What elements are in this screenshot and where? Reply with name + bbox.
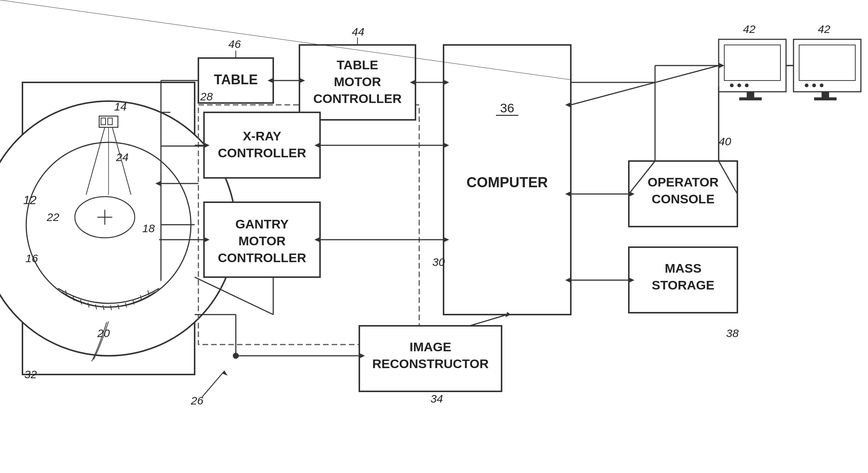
tmc-label-3: CONTROLLER [313, 91, 402, 106]
ref-42b: 42 [818, 23, 831, 35]
svg-rect-47 [822, 92, 829, 97]
ref-46: 46 [228, 38, 241, 50]
diagram: TABLE TABLE MOTOR CONTROLLER X-RAY CONTR… [0, 0, 868, 473]
ref-16: 16 [25, 252, 38, 264]
svg-rect-28 [204, 112, 320, 178]
svg-point-46 [820, 84, 823, 87]
ref-28: 28 [200, 90, 213, 103]
svg-rect-43 [799, 45, 855, 81]
xray-label-1: X-RAY [243, 129, 281, 143]
ref-14: 14 [114, 100, 127, 113]
ref-24: 24 [116, 151, 128, 163]
ref-42a: 42 [743, 23, 756, 35]
oc-label-1: OPERATOR [648, 175, 719, 189]
ref-30: 30 [432, 256, 445, 268]
ref-40: 40 [719, 135, 731, 148]
ms-label-2: STORAGE [652, 278, 715, 292]
svg-point-45 [812, 84, 816, 87]
ref-34: 34 [430, 392, 443, 405]
ref-20: 20 [97, 327, 110, 339]
ir-label-2: RECONSTRUCTOR [372, 357, 488, 371]
xray-label-2: CONTROLLER [218, 146, 306, 160]
ms-label-1: MASS [665, 261, 701, 275]
tmc-label-2: MOTOR [334, 75, 381, 89]
ref-12: 12 [23, 193, 37, 207]
computer-ref: 36 [500, 101, 514, 115]
svg-point-38 [737, 84, 741, 87]
table-label: TABLE [214, 72, 258, 87]
gmc-label-3: CONTROLLER [218, 251, 306, 265]
svg-point-39 [745, 84, 749, 87]
ref-18: 18 [142, 222, 155, 234]
gmc-label-1: GANTRY [235, 217, 289, 231]
ref-44: 44 [352, 25, 364, 38]
ref-38: 38 [726, 327, 739, 339]
ref-26: 26 [191, 394, 204, 407]
svg-rect-41 [739, 97, 762, 100]
svg-rect-36 [724, 45, 780, 81]
computer-label: COMPUTER [466, 175, 548, 190]
ref-22: 22 [46, 211, 60, 223]
oc-label-2: CONSOLE [652, 192, 715, 206]
gmc-label-2: MOTOR [238, 234, 286, 248]
svg-rect-8 [101, 118, 106, 125]
svg-point-44 [805, 84, 808, 87]
tmc-label-1: TABLE [337, 58, 378, 72]
ref-32: 32 [24, 368, 37, 380]
svg-rect-48 [814, 97, 837, 100]
ir-label-1: IMAGE [409, 340, 451, 354]
svg-rect-40 [747, 92, 754, 97]
svg-rect-9 [108, 118, 112, 125]
svg-point-37 [730, 84, 734, 87]
